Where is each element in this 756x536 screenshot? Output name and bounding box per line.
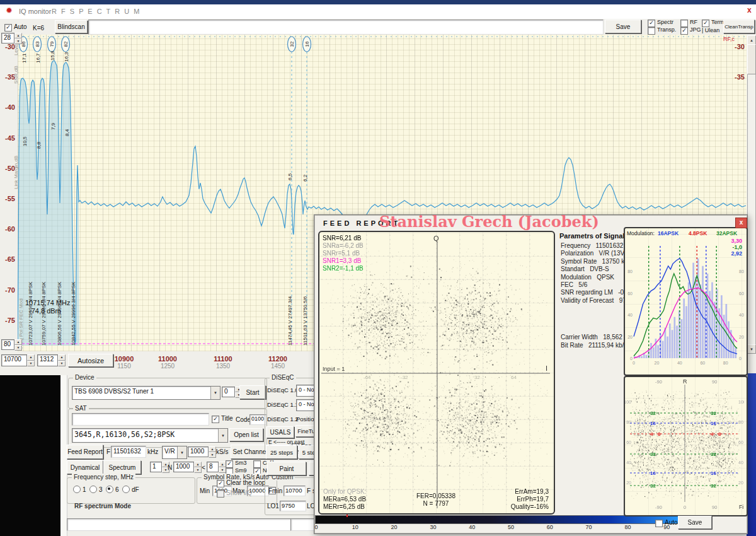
desktop-left: [0, 375, 60, 536]
svg-text:16APSK: 16APSK: [658, 230, 679, 236]
show-iq-checkbox[interactable]: ✓Show I/Q: [217, 489, 252, 498]
stat-line: SNR1=3,3 dB: [323, 257, 364, 265]
svg-text:16: 16: [711, 421, 716, 426]
svg-text:40: 40: [627, 313, 633, 317]
constellation-axes: QIInput = 1-64-323264: [319, 232, 551, 511]
stat-line: SNRr=5,1 dB: [323, 250, 364, 257]
svg-text:80: 80: [627, 269, 633, 274]
jpg-checkbox[interactable]: ✓JPG: [680, 26, 701, 35]
feed-report-button[interactable]: Feed Report: [67, 445, 103, 459]
diseqc-legend: DiSEqC: [270, 374, 296, 381]
fmin-spinner[interactable]: 10700▲▼: [1, 354, 35, 366]
clear-the-loop-checkbox[interactable]: ✓Clear the loop: [217, 479, 265, 487]
symbolrate-spinner[interactable]: 1000▲▼: [188, 446, 216, 457]
cleantransp-button[interactable]: CleanTransp: [723, 20, 755, 33]
steps25-button[interactable]: 25 steps: [266, 445, 297, 459]
svg-text:32: 32: [711, 452, 716, 457]
paint-button[interactable]: Paint: [267, 462, 306, 475]
window-save-button[interactable]: Save: [678, 516, 712, 529]
params-title: Parametrs of Signal :: [559, 232, 629, 240]
db-top-spinner[interactable]: 28▲▼: [1, 33, 22, 44]
page-title: R F S P E C T R U M: [52, 8, 140, 15]
dynamical-button[interactable]: Dynamical: [67, 460, 103, 474]
svg-text:32: 32: [711, 483, 716, 489]
device-select[interactable]: TBS 6908 DVBS/S2 Tuner 1▼: [72, 386, 220, 400]
quality-scale-tick: 80: [624, 524, 631, 530]
start-button[interactable]: Start: [239, 385, 266, 399]
quality-scale-tick: 30: [430, 524, 436, 530]
scroll-thumb[interactable]: [747, 44, 756, 74]
polarization-select[interactable]: V/R▼: [162, 446, 187, 459]
n3-spinner[interactable]: 8▲▼: [207, 462, 226, 472]
svg-text:R: R: [683, 378, 687, 385]
f-label: F: [106, 448, 110, 455]
n2-spinner[interactable]: 1000▲▼: [173, 462, 202, 472]
spectrum-button[interactable]: Spectrum: [103, 460, 141, 474]
quality-scale-tick: 70: [586, 524, 592, 530]
feed-report-close-icon[interactable]: x: [735, 218, 747, 228]
svg-text:Modulation:: Modulation:: [627, 230, 655, 236]
step-3-radio[interactable]: 3: [89, 486, 103, 493]
sat-name-field[interactable]: Eutelsat 10A: [72, 413, 209, 426]
quality-scale-tick: 60: [547, 524, 553, 530]
auto-save-checkbox[interactable]: ✓Auto: [655, 519, 678, 527]
usals-button[interactable]: USALS: [266, 426, 294, 438]
fmin-field[interactable]: 10700: [284, 486, 306, 496]
svg-text:4.8PSK: 4.8PSK: [689, 230, 707, 236]
n1-spinner[interactable]: 1▲▼: [150, 462, 169, 472]
stat-line: MERa=6,53 dB: [323, 496, 366, 503]
stat-line: SNR=6,21 dB: [323, 235, 364, 242]
min-label: Min: [200, 487, 210, 494]
svg-text:83: 83: [35, 41, 40, 47]
step-df-radio[interactable]: dF: [122, 486, 139, 493]
svg-text:80: 80: [739, 269, 744, 274]
window-top-border: [0, 0, 756, 4]
code-field[interactable]: 0100: [249, 414, 266, 425]
svg-text:2,92: 2,92: [731, 250, 742, 257]
quality-scale-tick: 50: [508, 524, 514, 530]
svg-text:16: 16: [711, 470, 716, 476]
auto-checkbox[interactable]: ✓Auto: [4, 23, 27, 32]
save-button[interactable]: Save: [605, 20, 641, 33]
scroll-up-button[interactable]: ▲: [747, 35, 756, 45]
open-list-button[interactable]: Open list: [229, 428, 263, 441]
frequency-field[interactable]: 11501632: [111, 446, 146, 458]
feed-report-author: Stanislav Grech (Jacobek): [379, 213, 599, 231]
svg-text:20: 20: [738, 481, 743, 485]
svg-text:90: 90: [712, 504, 717, 510]
svg-text:32APSK: 32APSK: [716, 230, 738, 236]
svg-text:60: 60: [627, 291, 633, 296]
app-icon: ✹: [6, 6, 13, 15]
ulean-label: | Ulean: [702, 27, 719, 33]
svg-text:3,30: 3,30: [731, 238, 742, 244]
rfc-label: RF,c: [723, 36, 735, 42]
svg-text:4: 4: [650, 431, 653, 437]
db-bottom-spinner[interactable]: 80▲▼: [1, 339, 22, 350]
lo1-field[interactable]: 9750: [280, 501, 306, 511]
svg-text:0: 0: [633, 361, 635, 365]
svg-text:32: 32: [650, 411, 656, 416]
tuning-info-panel: Eutelsat 10A 10°0E @ 50.5°N : 30.5°E 0.8…: [88, 20, 604, 35]
span-spinner[interactable]: 1312▲▼: [37, 354, 66, 366]
svg-text:60: 60: [700, 361, 705, 365]
stat-line: SNRa=-6,2 dB: [323, 242, 364, 250]
step-1-radio[interactable]: 1: [73, 486, 86, 493]
scroll-down-button[interactable]: ▼: [747, 344, 756, 354]
svg-text:Fi: Fi: [739, 504, 743, 510]
close-icon[interactable]: x: [747, 6, 752, 15]
autosize-button[interactable]: Autosize: [68, 354, 113, 367]
blindscan-button[interactable]: Blindscan: [55, 20, 88, 33]
transp-checkbox[interactable]: ✓Transp.: [648, 26, 676, 35]
svg-text:-32: -32: [401, 375, 408, 380]
transponder-select[interactable]: 3645,R,16130,56,S2;8PSK▼: [72, 428, 228, 443]
title-checkbox[interactable]: ✓Title: [212, 415, 233, 423]
fmin-label: Fmin: [268, 487, 282, 494]
constellation-stats-right: ErrAm=19,3ErrPh=19,7Quality=-16%: [497, 488, 549, 511]
set-channel-button[interactable]: Set Channel: [231, 445, 270, 459]
svg-text:20: 20: [655, 361, 660, 365]
svg-text:79: 79: [49, 41, 55, 47]
step-6-radio[interactable]: 6: [106, 486, 119, 493]
vertical-scrollbar[interactable]: [747, 35, 756, 354]
svg-text:90: 90: [712, 379, 717, 385]
stat-line: ErrPh=19,7: [497, 496, 549, 503]
